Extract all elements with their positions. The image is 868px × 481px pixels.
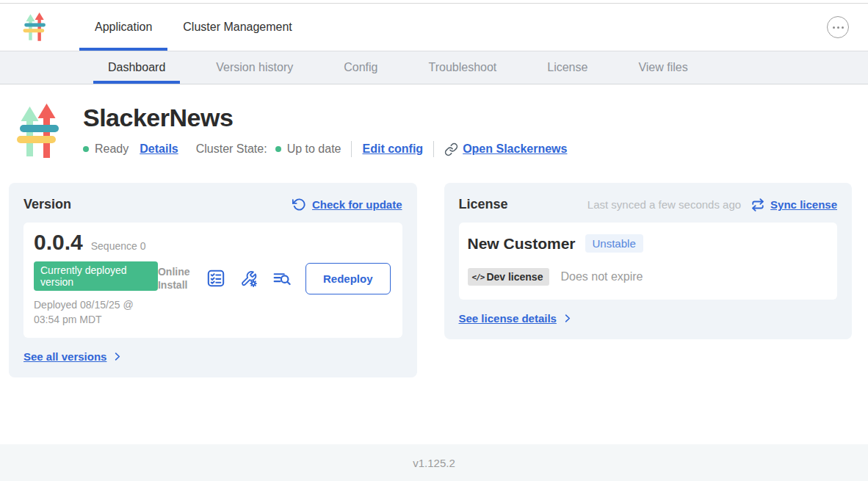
sync-license-label: Sync license [770, 198, 837, 211]
app-subnav: Dashboard Version history Config Trouble… [0, 51, 868, 84]
code-icon: </> [472, 272, 485, 282]
license-card: License Last synced a few seconds ago Sy… [444, 183, 853, 339]
version-card: Version Check for update 0.0.4 Sequence … [9, 183, 417, 377]
chain-link-icon [444, 142, 458, 156]
check-for-update-label: Check for update [312, 198, 402, 211]
primary-nav: Application Cluster Management [79, 4, 308, 51]
deploy-logs-icon[interactable] [272, 269, 292, 288]
app-status-label: Ready [95, 142, 129, 156]
sync-license-link[interactable]: Sync license [751, 198, 837, 211]
subnav-license[interactable]: License [532, 51, 602, 84]
subnav-troubleshoot-label: Troubleshoot [428, 61, 496, 74]
divider [433, 141, 434, 157]
see-license-details-label: See license details [459, 312, 557, 325]
redeploy-button[interactable]: Redeploy [305, 263, 391, 294]
subnav-view-files[interactable]: View files [623, 51, 702, 84]
license-panel: New Customer Unstable </> Dev license Do… [459, 223, 838, 300]
subnav-troubleshoot[interactable]: Troubleshoot [413, 51, 511, 84]
cluster-state-label: Cluster State: [196, 142, 267, 156]
edit-config-link[interactable]: Edit config [362, 142, 423, 156]
console-version: v1.125.2 [413, 457, 455, 469]
license-type-label: Dev license [486, 271, 543, 283]
top-header: Application Cluster Management [0, 4, 868, 51]
status-details-link[interactable]: Details [140, 142, 178, 156]
subnav-dashboard[interactable]: Dashboard [93, 51, 180, 84]
open-app-link-label: Open Slackernews [463, 142, 567, 156]
open-app-link[interactable]: Open Slackernews [444, 142, 567, 156]
cluster-state-dot [275, 146, 281, 152]
preflight-checks-icon[interactable] [206, 269, 225, 288]
cluster-state-value: Up to date [287, 142, 341, 156]
slackernews-logo-icon [16, 102, 59, 161]
subnav-dashboard-label: Dashboard [108, 61, 165, 74]
app-header: SlackerNews Ready Details Cluster State:… [0, 84, 868, 161]
check-for-update-link[interactable]: Check for update [292, 198, 402, 211]
app-status-dot [83, 146, 89, 152]
ellipsis-icon [833, 26, 835, 29]
subnav-config-label: Config [344, 61, 377, 74]
subnav-version-history[interactable]: Version history [201, 51, 308, 84]
dashboard-cards: Version Check for update 0.0.4 Sequence … [9, 183, 852, 377]
deployed-timestamp: Deployed 08/15/25 @ 03:54 pm MDT [34, 297, 158, 328]
sync-arrows-icon [751, 198, 764, 211]
see-all-versions-label: See all versions [23, 350, 106, 363]
see-license-details-link[interactable]: See license details [459, 312, 838, 325]
subnav-view-files-label: View files [638, 61, 687, 74]
app-status-row: Ready Details Cluster State: Up to date … [83, 141, 567, 157]
tab-cluster-management-label: Cluster Management [183, 21, 292, 34]
install-type-label: Online Install [158, 265, 192, 292]
version-number: 0.0.4 [34, 230, 83, 255]
app-title: SlackerNews [83, 104, 567, 132]
last-synced-text: Last synced a few seconds ago [587, 198, 741, 211]
replicated-arrows-logo-icon [22, 12, 47, 43]
config-wrench-icon[interactable] [239, 269, 258, 288]
divider [351, 141, 352, 157]
version-sequence: Sequence 0 [91, 240, 146, 252]
subnav-version-history-label: Version history [216, 61, 293, 74]
tab-cluster-management[interactable]: Cluster Management [167, 4, 308, 51]
tab-application[interactable]: Application [79, 4, 167, 51]
chevron-right-icon [112, 351, 123, 362]
license-card-title: License [459, 197, 508, 212]
current-version-panel: 0.0.4 Sequence 0 Currently deployed vers… [23, 223, 402, 338]
channel-badge: Unstable [585, 234, 643, 253]
license-expiration: Does not expire [560, 270, 643, 283]
version-card-title: Version [23, 197, 71, 212]
customer-name: New Customer [468, 235, 576, 253]
subnav-license-label: License [547, 61, 587, 74]
main-content: SlackerNews Ready Details Cluster State:… [0, 84, 868, 444]
license-type-badge: </> Dev license [468, 268, 550, 286]
refresh-icon [292, 198, 306, 211]
chevron-right-icon [562, 313, 573, 324]
subnav-config[interactable]: Config [329, 51, 392, 84]
see-all-versions-link[interactable]: See all versions [23, 350, 402, 363]
more-options-button[interactable] [827, 16, 849, 38]
currently-deployed-badge: Currently deployed version [34, 261, 158, 291]
app-footer: v1.125.2 [0, 444, 868, 481]
tab-application-label: Application [95, 21, 152, 34]
